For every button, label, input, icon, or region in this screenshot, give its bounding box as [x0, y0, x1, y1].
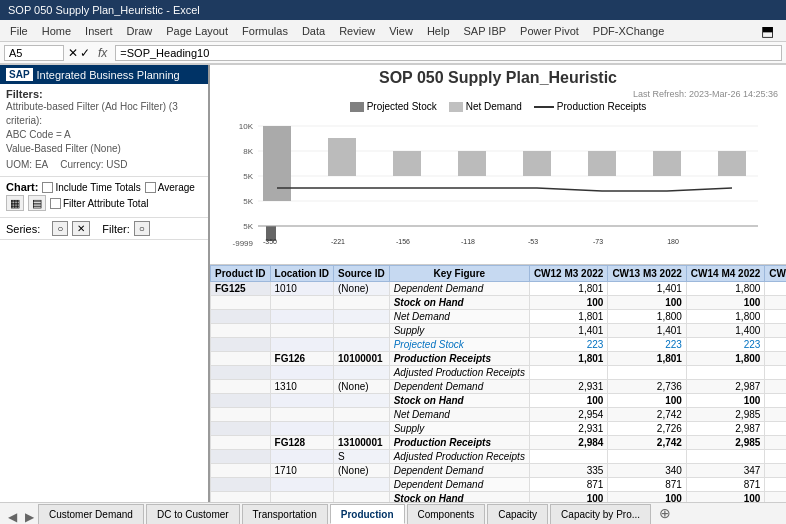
legend-projected-stock: Projected Stock [350, 101, 437, 112]
bar-net-demand-6 [588, 151, 616, 176]
tab-nav-right[interactable]: ▶ [21, 510, 38, 524]
tab-customer-demand[interactable]: Customer Demand [38, 504, 144, 524]
uom-text: UOM: EA [6, 158, 48, 172]
menu-home[interactable]: Home [36, 23, 77, 39]
bar-chart-svg: 10K 8K 5K 5K 5K -9999 [218, 116, 778, 246]
tab-components[interactable]: Components [407, 504, 486, 524]
menu-insert[interactable]: Insert [79, 23, 119, 39]
menu-draw[interactable]: Draw [121, 23, 159, 39]
bar-net-demand-4 [458, 151, 486, 176]
tab-capacity[interactable]: Capacity [487, 504, 548, 524]
menu-file[interactable]: File [4, 23, 34, 39]
menu-help[interactable]: Help [421, 23, 456, 39]
table-row: Stock on Hand100100100100100100100100 [211, 296, 787, 310]
tab-nav-left[interactable]: ◀ [4, 510, 21, 524]
table-row: Stock on Hand100100100100100100100100 [211, 492, 787, 503]
filter-attr-checkbox[interactable]: Filter Attribute Total [50, 198, 148, 209]
sap-logo: SAP [6, 68, 33, 81]
col-header-product: Product ID [211, 266, 271, 282]
chart-last-refresh: Last Refresh: 2023-Mar-26 14:25:36 [218, 89, 778, 99]
line-production-receipts [277, 188, 732, 191]
svg-text:10K: 10K [239, 122, 254, 131]
svg-text:8K: 8K [243, 147, 253, 156]
menu-formulas[interactable]: Formulas [236, 23, 294, 39]
menu-power-pivot[interactable]: Power Pivot [514, 23, 585, 39]
series-btn-x2[interactable]: ✕ [72, 221, 90, 236]
filters-label: Filters: [6, 88, 202, 100]
tab-transportation[interactable]: Transportation [242, 504, 328, 524]
menu-bar: File Home Insert Draw Page Layout Formul… [0, 20, 786, 42]
filter3-text: Value-Based Filter (None) [6, 142, 202, 156]
svg-text:-73: -73 [593, 238, 603, 245]
table-row: Stock on Hand100100100100100100100100 [211, 394, 787, 408]
menu-review[interactable]: Review [333, 23, 381, 39]
window-title: SOP 050 Supply Plan_Heuristic - Excel [8, 4, 200, 16]
filter-attr-box[interactable] [50, 198, 61, 209]
tab-dc-to-customer[interactable]: DC to Customer [146, 504, 240, 524]
table-row: Projected Stock223223223233233233233233 [211, 338, 787, 352]
filter1-text: Attribute-based Filter (Ad Hoc Filter) (… [6, 100, 202, 128]
tab-bar: ◀ ▶ Customer Demand DC to Customer Trans… [0, 502, 786, 524]
legend-net-demand: Net Demand [449, 101, 522, 112]
table-row: 1710(None)Dependent Demand33534034733833… [211, 464, 787, 478]
filter2-text: ABC Code = A [6, 128, 202, 142]
bar-net-demand-1 [263, 126, 291, 201]
fx-label: fx [94, 46, 111, 60]
svg-text:-9999: -9999 [233, 239, 254, 246]
average-checkbox[interactable]: Average [145, 182, 195, 193]
include-time-box[interactable] [42, 182, 53, 193]
chart-icon-btn-2[interactable]: ▤ [28, 195, 46, 211]
cell-reference[interactable] [4, 45, 64, 61]
filter-btn[interactable]: ○ [134, 221, 150, 236]
menu-pdf-xchange[interactable]: PDF-XChange [587, 23, 671, 39]
menu-page-layout[interactable]: Page Layout [160, 23, 234, 39]
tab-capacity-by-pro[interactable]: Capacity by Pro... [550, 504, 651, 524]
table-header-row: Product ID Location ID Source ID Key Fig… [211, 266, 787, 282]
formula-bar: ✕ ✓ fx [0, 42, 786, 64]
bar-net-demand-8 [718, 151, 746, 176]
table-row: FG1251010(None)Dependent Demand1,8011,40… [211, 282, 787, 296]
chart-svg: 10K 8K 5K 5K 5K -9999 [218, 116, 778, 246]
chart-title: SOP 050 Supply Plan_Heuristic [218, 69, 778, 87]
chart-controls: Chart: Include Time Totals Average ▦ ▤ F… [0, 177, 208, 218]
col-header-source: Source ID [334, 266, 390, 282]
col-header-cw14: CW14 M4 2022 [686, 266, 764, 282]
bar-net-demand-7 [653, 151, 681, 176]
data-table-area[interactable]: Product ID Location ID Source ID Key Fig… [210, 265, 786, 502]
average-box[interactable] [145, 182, 156, 193]
include-time-label: Include Time Totals [55, 182, 140, 193]
svg-text:5K: 5K [243, 222, 253, 231]
formula-input[interactable] [115, 45, 782, 61]
title-bar: SOP 050 Supply Plan_Heuristic - Excel [0, 0, 786, 20]
svg-text:-350: -350 [263, 238, 277, 245]
left-panel: SAP Integrated Business Planning Filters… [0, 65, 210, 502]
menu-view[interactable]: View [383, 23, 419, 39]
menu-sap-ibp[interactable]: SAP IBP [458, 23, 513, 39]
confirm-formula-icon[interactable]: ✓ [80, 46, 90, 60]
restore-icon[interactable]: ⬒ [753, 23, 782, 39]
chart-icon-btn-1[interactable]: ▦ [6, 195, 24, 211]
table-row: FG12813100001Production Receipts2,9842,7… [211, 436, 787, 450]
menu-data[interactable]: Data [296, 23, 331, 39]
series-btn-x[interactable]: ○ [52, 221, 68, 236]
table-row: Adjusted Production Receipts [211, 366, 787, 380]
table-row: Dependent Demand871871871871871871871871 [211, 478, 787, 492]
col-header-location: Location ID [270, 266, 333, 282]
bar-net-demand-5 [523, 151, 551, 176]
svg-text:180: 180 [667, 238, 679, 245]
table-row: FG12610100001Production Receipts1,8011,8… [211, 352, 787, 366]
filter-attr-label: Filter Attribute Total [63, 198, 148, 209]
col-header-keyfig: Key Figure [389, 266, 529, 282]
col-header-cw12: CW12 M3 2022 [529, 266, 607, 282]
tab-production[interactable]: Production [330, 504, 405, 524]
legend-production-receipts-icon [534, 106, 554, 108]
currency-text: Currency: USD [60, 158, 127, 172]
table-row: Supply2,9312,7262,9872,7472,8922,7232,85… [211, 422, 787, 436]
cancel-formula-icon[interactable]: ✕ [68, 46, 78, 60]
add-tab-button[interactable]: ⊕ [653, 502, 677, 524]
sap-title: Integrated Business Planning [37, 69, 180, 81]
include-time-checkbox[interactable]: Include Time Totals [42, 182, 140, 193]
svg-text:-156: -156 [396, 238, 410, 245]
bar-net-demand-2 [328, 138, 356, 176]
table-row: SAdjusted Production Receipts [211, 450, 787, 464]
